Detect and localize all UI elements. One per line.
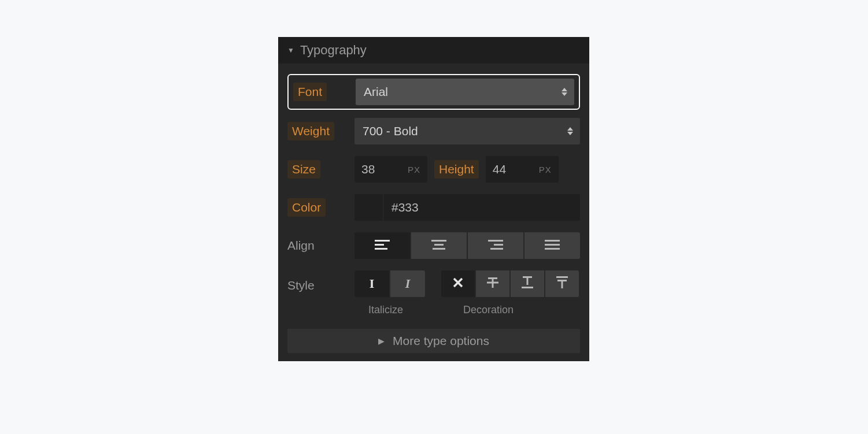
svg-marker-1 xyxy=(562,92,567,96)
font-row: Font Arial xyxy=(287,74,580,110)
svg-rect-27 xyxy=(562,280,563,288)
decoration-group xyxy=(441,270,579,297)
svg-marker-2 xyxy=(567,127,573,131)
more-options-label: More type options xyxy=(393,334,489,348)
size-label: Size xyxy=(287,160,320,179)
close-x-icon xyxy=(453,277,463,290)
svg-rect-9 xyxy=(433,248,445,250)
svg-rect-14 xyxy=(545,244,560,246)
size-unit: PX xyxy=(408,165,420,175)
weight-value: 700 - Bold xyxy=(363,124,418,138)
svg-rect-24 xyxy=(522,287,533,288)
svg-marker-3 xyxy=(567,132,573,135)
style-row: Style I I xyxy=(287,270,580,316)
decoration-overline-button[interactable] xyxy=(545,270,579,297)
italic-off-button[interactable]: I xyxy=(354,270,389,297)
align-right-button[interactable] xyxy=(468,232,523,259)
font-highlight-ring: Font Arial xyxy=(287,74,580,110)
svg-rect-4 xyxy=(375,240,390,242)
height-label: Height xyxy=(434,160,479,179)
color-swatch[interactable] xyxy=(354,194,383,221)
panel-title: Typography xyxy=(300,43,367,58)
align-right-icon xyxy=(488,239,503,253)
overline-icon xyxy=(555,276,569,291)
height-input[interactable]: 44 PX xyxy=(486,156,559,183)
font-select[interactable]: Arial xyxy=(356,79,574,105)
align-justify-button[interactable] xyxy=(525,232,580,259)
underline-icon xyxy=(520,276,534,291)
disclosure-triangle-down-icon: ▼ xyxy=(287,46,294,54)
typography-panel: ▼ Typography Font Arial Weight 700 - Bol… xyxy=(278,37,589,361)
align-left-button[interactable] xyxy=(354,232,410,259)
decoration-strikethrough-button[interactable] xyxy=(476,270,509,297)
more-type-options-button[interactable]: ▶ More type options xyxy=(287,329,580,353)
font-value: Arial xyxy=(364,85,388,99)
size-height-row: Size 38 PX Height 44 PX xyxy=(287,156,580,183)
svg-rect-6 xyxy=(375,248,387,250)
height-value: 44 xyxy=(493,162,506,176)
weight-label: Weight xyxy=(287,122,334,140)
svg-rect-10 xyxy=(488,240,503,242)
svg-marker-0 xyxy=(562,88,567,91)
color-input[interactable]: #333 xyxy=(383,194,580,221)
size-input[interactable]: 38 PX xyxy=(354,156,427,183)
align-label: Align xyxy=(287,236,315,255)
align-center-button[interactable] xyxy=(411,232,467,259)
svg-rect-23 xyxy=(527,276,529,285)
italicize-group: I I xyxy=(354,270,425,297)
svg-rect-25 xyxy=(556,276,568,278)
svg-rect-21 xyxy=(487,282,498,284)
font-label: Font xyxy=(293,83,327,101)
svg-rect-11 xyxy=(494,244,503,246)
svg-rect-13 xyxy=(545,240,560,242)
align-center-icon xyxy=(431,239,446,253)
italic-t-icon: I xyxy=(405,276,411,291)
svg-rect-5 xyxy=(375,244,384,246)
align-row: Align xyxy=(287,232,580,259)
select-updown-icon xyxy=(567,127,573,135)
regular-t-icon: I xyxy=(370,276,375,291)
align-group xyxy=(354,232,580,259)
decoration-underline-button[interactable] xyxy=(511,270,544,297)
color-label: Color xyxy=(287,198,326,217)
style-sublabels: Italicize Decoration xyxy=(354,304,580,316)
select-updown-icon xyxy=(562,88,567,96)
align-justify-icon xyxy=(545,239,560,253)
size-value: 38 xyxy=(361,162,375,176)
color-row: Color #333 xyxy=(287,194,580,221)
svg-rect-15 xyxy=(545,248,560,250)
italicize-sublabel: Italicize xyxy=(354,304,440,316)
panel-header[interactable]: ▼ Typography xyxy=(278,37,589,64)
color-value: #333 xyxy=(391,201,419,214)
svg-rect-8 xyxy=(434,244,444,246)
svg-rect-7 xyxy=(431,240,446,242)
strikethrough-icon xyxy=(486,276,500,291)
panel-body: Font Arial Weight 700 - Bold xyxy=(278,64,589,324)
height-unit: PX xyxy=(539,165,552,175)
style-label: Style xyxy=(287,276,315,295)
decoration-none-button[interactable] xyxy=(441,270,475,297)
disclosure-triangle-right-icon: ▶ xyxy=(378,336,385,346)
weight-row: Weight 700 - Bold xyxy=(287,118,580,144)
italic-on-button[interactable]: I xyxy=(390,270,425,297)
align-left-icon xyxy=(375,239,390,253)
svg-rect-12 xyxy=(490,248,503,250)
weight-select[interactable]: 700 - Bold xyxy=(354,118,580,144)
decoration-sublabel: Decoration xyxy=(440,304,514,316)
